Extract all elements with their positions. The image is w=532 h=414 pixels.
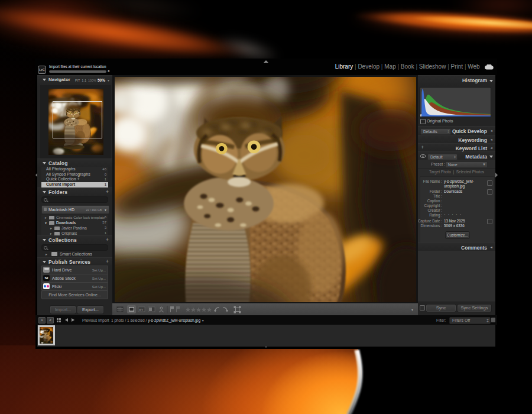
svg-text:XY: XY [139, 308, 144, 312]
svg-text:▾: ▾ [411, 308, 413, 312]
